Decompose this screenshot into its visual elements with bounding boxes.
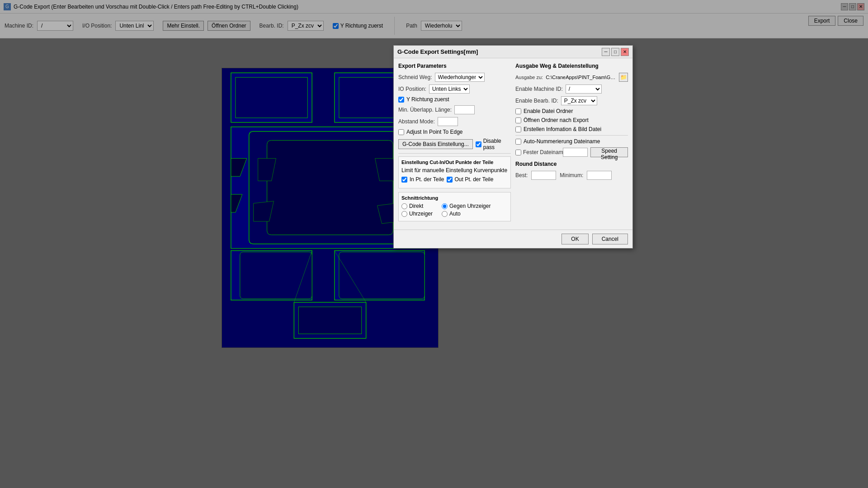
auto-nummerierung-checkbox[interactable] (515, 139, 521, 145)
abstand-mode-row: Abstand Mode: 0.0 (398, 117, 511, 126)
offnen-ordner-nach-export-label: Öffnen Ordner nach Export (524, 117, 589, 123)
minimum-input[interactable]: 1.0 (587, 171, 612, 180)
round-distance-row: Best: 5.0 Minimum: 1.0 (515, 171, 628, 180)
schneid-weg-select[interactable]: Wiederholungen (435, 73, 485, 82)
dialog-titlebar: G-Code Export Settings[mm] ─ □ ✕ (394, 46, 632, 58)
direkt-radio[interactable] (401, 203, 407, 209)
out-pt-label: Out Pt. der Teile (455, 176, 494, 183)
io-position-row: IO Position: Unten Links (398, 84, 511, 94)
direkt-label: Direkt (409, 203, 423, 209)
export-parameters-title: Export Parameters (398, 63, 511, 69)
ausgabe-zu-value: C:\CraneApps\PINT_Foam\GCode.Fil (546, 75, 616, 80)
uhrzeiger-row: Uhrzeiger (401, 211, 433, 217)
disable-pass-checkbox[interactable] (476, 141, 481, 147)
y-richtung-dialog-label: Y Richtung zuerst (406, 96, 449, 103)
dialog-close-button[interactable]: ✕ (621, 48, 629, 56)
left-panel: Export Parameters Schneid Weg: Wiederhol… (398, 63, 511, 225)
ausgabe-zu-row: Ausgabe zu: C:\CraneApps\PINT_Foam\GCode… (515, 73, 628, 82)
io-position-dialog-label: IO Position: (398, 86, 426, 92)
dialog-maximize-button[interactable]: □ (611, 48, 619, 56)
best-label: Best: (515, 172, 528, 178)
min-ueberlapp-row: Min. Überlapp. Länge: 2.0 (398, 105, 511, 114)
gcode-export-settings-dialog: G-Code Export Settings[mm] ─ □ ✕ Export … (393, 45, 633, 249)
dialog-controls: ─ □ ✕ (602, 48, 629, 56)
enable-bearb-id-select[interactable]: P_Zx zcv (561, 96, 597, 105)
in-pt-row: In Pt. der Teile Out Pt. der Teile (401, 176, 508, 183)
enable-datei-ordner-checkbox[interactable] (515, 108, 521, 114)
limit-row: Limit für manuelle Einstellung Kurvenpun… (401, 167, 508, 174)
adjust-in-point-label: Adjust In Point To Edge (406, 129, 463, 135)
fester-dateiname-checkbox[interactable] (515, 150, 521, 155)
in-pt-label: In Pt. der Teile (410, 176, 444, 183)
limit-label: Limit für manuelle Einstellung Kurvenpun… (401, 167, 507, 174)
dialog-minimize-button[interactable]: ─ (602, 48, 610, 56)
ok-button[interactable]: OK (561, 234, 588, 244)
fester-dateiname-label: Fester Dateiname: (523, 149, 568, 155)
dialog-footer: OK Cancel (394, 230, 632, 248)
gegen-uhrzeiger-radio[interactable] (442, 203, 448, 209)
schnittrichtung-title: Schnittrichtung (401, 195, 508, 201)
fester-dateiname-checkbox-label[interactable]: Fester Dateiname: (515, 149, 560, 155)
round-distance-title: Round Distance (515, 161, 628, 167)
ausgabe-section-title: Ausgabe Weg & Dateienstellung (515, 63, 628, 69)
direkt-row: Direkt (401, 203, 433, 209)
erstellen-info-row: Erstellen Infomation & Bild Datei (515, 126, 628, 132)
dialog-body: Export Parameters Schneid Weg: Wiederhol… (394, 58, 632, 230)
schneid-weg-row: Schneid Weg: Wiederholungen (398, 73, 511, 82)
minimum-label: Minimum: (560, 172, 583, 178)
auto-row: Auto (442, 211, 491, 217)
disable-pass-label[interactable]: Disable pass (476, 138, 511, 150)
out-pt-checkbox[interactable] (447, 177, 453, 183)
auto-nummerierung-row: Auto-Nummerierung Dateiname (515, 138, 628, 145)
gcode-basis-button[interactable]: G-Code Basis Einstellung... (398, 139, 473, 149)
y-richtung-row: Y Richtung zuerst (398, 96, 511, 103)
dialog-title: G-Code Export Settings[mm] (397, 48, 602, 55)
cut-in-out-section: Einstellung Cut-In/Out Punkte der Teile … (398, 156, 511, 188)
erstellen-info-label: Erstellen Infomation & Bild Datei (524, 126, 601, 132)
gegen-uhrzeiger-row: Gegen Uhrzeiger (442, 203, 491, 209)
gcode-basis-row: G-Code Basis Einstellung... Disable pass (398, 138, 511, 150)
adjust-in-point-row: Adjust In Point To Edge (398, 129, 511, 135)
auto-radio[interactable] (442, 211, 448, 217)
enable-machine-id-row: Enable Machine ID: / (515, 84, 628, 94)
schnittrichtung-section: Schnittrichtung Direkt Uhrzeiger (398, 192, 511, 221)
enable-bearb-id-label: Enable Bearb. ID: (515, 98, 558, 104)
radio-col-right: Gegen Uhrzeiger Auto (442, 203, 491, 218)
ausgabe-zu-label: Ausgabe zu: (515, 75, 543, 80)
y-richtung-dialog-checkbox[interactable] (398, 97, 404, 103)
abstand-mode-label: Abstand Mode: (398, 118, 435, 125)
uhrzeiger-label: Uhrzeiger (409, 211, 433, 217)
abstand-mode-input[interactable]: 0.0 (438, 117, 458, 126)
folder-browse-button[interactable]: 📁 (619, 73, 628, 82)
auto-nummerierung-label: Auto-Nummerierung Dateiname (524, 138, 600, 145)
offnen-ordner-nach-export-checkbox[interactable] (515, 117, 521, 123)
cancel-button[interactable]: Cancel (592, 234, 628, 244)
in-pt-checkbox[interactable] (401, 177, 407, 183)
enable-bearb-id-row: Enable Bearb. ID: P_Zx zcv (515, 96, 628, 105)
enable-datei-ordner-label: Enable Datei Ordner (524, 108, 573, 114)
radio-col-left: Direkt Uhrzeiger (401, 203, 433, 218)
fester-dateiname-input[interactable]: HM1 (563, 148, 588, 157)
separator2 (515, 135, 628, 136)
right-panel: Ausgabe Weg & Dateienstellung Ausgabe zu… (515, 63, 628, 225)
erstellen-info-checkbox[interactable] (515, 127, 521, 132)
schneid-weg-label: Schneid Weg: (398, 74, 432, 80)
speed-setting-button[interactable]: Speed Setting (590, 147, 628, 157)
auto-label: Auto (449, 211, 461, 217)
enable-datei-ordner-row: Enable Datei Ordner (515, 108, 628, 114)
fester-dateiname-row: Fester Dateiname: HM1 Speed Setting (515, 147, 628, 157)
enable-machine-id-select[interactable]: / (566, 84, 602, 94)
best-input[interactable]: 5.0 (531, 171, 556, 180)
io-position-dialog-select[interactable]: Unten Links (429, 84, 470, 94)
enable-machine-id-label: Enable Machine ID: (515, 86, 563, 92)
round-distance-section: Round Distance Best: 5.0 Minimum: 1.0 (515, 161, 628, 180)
uhrzeiger-radio[interactable] (401, 211, 407, 217)
min-ueberlapp-input[interactable]: 2.0 (454, 105, 475, 114)
separator1 (398, 153, 511, 154)
gegen-uhrzeiger-label: Gegen Uhrzeiger (449, 203, 491, 209)
adjust-in-point-checkbox[interactable] (398, 129, 404, 135)
offnen-ordner-row: Öffnen Ordner nach Export (515, 117, 628, 123)
min-ueberlapp-label: Min. Überlapp. Länge: (398, 107, 452, 113)
cut-section-title: Einstellung Cut-In/Out Punkte der Teile (401, 160, 508, 165)
